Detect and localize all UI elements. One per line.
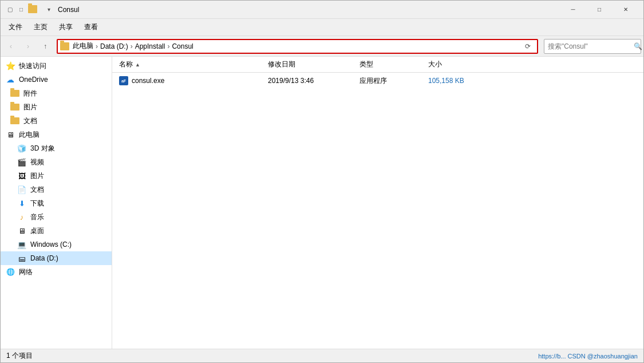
file-size-cell: 105,158 KB (424, 77, 492, 85)
minimize-button[interactable]: ─ (560, 1, 586, 19)
menu-file[interactable]: 文件 (3, 20, 28, 34)
status-watermark: https://b... CSDN @zhaoshuangjian (538, 353, 638, 360)
forward-button[interactable]: › (20, 38, 36, 54)
col-header-name[interactable]: 名称 ▲ (114, 60, 263, 69)
sidebar: ⭐ 快速访问 ☁ OneDrive 附件 图片 (1, 57, 112, 349)
status-bar: 1 个项目 https://b... CSDN @zhaoshuangjian (1, 349, 643, 362)
sidebar-item-quickaccess[interactable]: ⭐ 快速访问 (1, 59, 112, 73)
quickaccess-icon: ⭐ (5, 61, 15, 71)
file-list-body: aF consul.exe 2019/9/13 3:46 应用程序 105,15… (112, 73, 643, 349)
col-header-date[interactable]: 修改日期 (263, 60, 355, 69)
menu-view[interactable]: 查看 (78, 20, 104, 34)
folder-icon-attachments (10, 88, 20, 98)
sidebar-item-documents2[interactable]: 📄 文档 (1, 183, 112, 196)
title-bar: ▢ □ ▾ Consul ─ □ ✕ (1, 1, 643, 19)
sidebar-item-cdrive[interactable]: 💻 Windows (C:) (1, 238, 112, 251)
sidebar-item-desktop[interactable]: 🖥 桌面 (1, 224, 112, 238)
sidebar-item-pictures2[interactable]: 🖼 图片 (1, 169, 112, 183)
icon-ddrive: 🖴 (17, 253, 27, 263)
breadcrumb-data[interactable]: Data (D:) (100, 42, 128, 50)
search-bar: 🔍 (544, 39, 641, 54)
icon-downloads: ⬇ (17, 198, 27, 208)
icon-cdrive: 💻 (17, 239, 27, 250)
col-header-size[interactable]: 大小 (424, 60, 492, 69)
icon-3dobjects: 🧊 (17, 143, 27, 153)
sidebar-item-network[interactable]: 🌐 网络 (1, 265, 112, 279)
window-controls: ─ □ ✕ (560, 1, 639, 19)
sidebar-item-pictures[interactable]: 图片 (1, 100, 112, 114)
title-bar-icons: ▢ □ ▾ (5, 5, 53, 14)
close-button[interactable]: ✕ (613, 1, 639, 19)
sidebar-item-attachments[interactable]: 附件 (1, 86, 112, 100)
exe-icon: aF (119, 76, 128, 85)
documents-label: 文档 (23, 116, 37, 126)
thispc-label: 此电脑 (19, 130, 39, 140)
pictures-label: 图片 (23, 102, 37, 112)
up-button[interactable]: ↑ (37, 38, 53, 54)
cdrive-label: Windows (C:) (30, 240, 72, 248)
ddrive-label: Data (D:) (30, 254, 58, 262)
sidebar-item-3dobjects[interactable]: 🧊 3D 对象 (1, 141, 112, 155)
back-button[interactable]: ‹ (3, 38, 19, 54)
sidebar-item-thispc[interactable]: 🖥 此电脑 (1, 128, 112, 141)
menu-home[interactable]: 主页 (28, 20, 53, 34)
search-input[interactable] (548, 42, 634, 50)
folder-icon-pictures (10, 102, 20, 112)
sidebar-item-documents[interactable]: 文档 (1, 114, 112, 128)
menu-bar: 文件 主页 共享 查看 (1, 19, 643, 36)
sidebar-item-ddrive[interactable]: 🖴 Data (D:) (1, 251, 112, 265)
address-folder-icon (60, 42, 69, 50)
attachments-label: 附件 (23, 89, 37, 98)
breadcrumb-consul[interactable]: Consul (172, 42, 193, 50)
videos-label: 视频 (30, 157, 44, 167)
window-title: Consul (58, 6, 560, 14)
file-area: 名称 ▲ 修改日期 类型 大小 aF consul.exe 2019/9/13 … (112, 57, 643, 349)
sidebar-item-onedrive[interactable]: ☁ OneDrive (1, 73, 112, 86)
folder-icon-documents (10, 116, 20, 126)
3dobjects-label: 3D 对象 (30, 144, 55, 153)
tb-icon-2: □ (17, 5, 26, 14)
onedrive-icon: ☁ (5, 74, 15, 85)
main-area: ⭐ 快速访问 ☁ OneDrive 附件 图片 (1, 57, 643, 349)
file-name-cell: aF consul.exe (114, 76, 263, 85)
downloads-label: 下载 (30, 199, 44, 208)
music-label: 音乐 (30, 212, 44, 222)
menu-share[interactable]: 共享 (53, 20, 78, 34)
maximize-button[interactable]: □ (586, 1, 613, 19)
col-header-type[interactable]: 类型 (355, 60, 424, 69)
file-type-cell: 应用程序 (355, 76, 424, 86)
icon-desktop: 🖥 (17, 226, 27, 236)
sort-arrow: ▲ (135, 62, 140, 68)
toolbar: ‹ › ↑ 此电脑 › Data (D:) › AppInstall › Con… (1, 36, 643, 57)
table-row[interactable]: aF consul.exe 2019/9/13 3:46 应用程序 105,15… (112, 73, 643, 89)
sidebar-item-videos[interactable]: 🎬 视频 (1, 155, 112, 169)
breadcrumb-sep-3: › (167, 42, 169, 50)
icon-videos: 🎬 (17, 157, 27, 167)
breadcrumb-sep-2: › (131, 42, 133, 50)
breadcrumb-pc[interactable]: 此电脑 (73, 41, 93, 51)
status-count: 1 个项目 (6, 351, 33, 361)
icon-music: ♪ (17, 212, 27, 222)
pc-icon: 🖥 (5, 129, 15, 140)
desktop-label: 桌面 (30, 226, 44, 236)
sidebar-item-downloads[interactable]: ⬇ 下载 (1, 196, 112, 210)
icon-documents2: 📄 (17, 184, 27, 195)
tb-icon-3: ▾ (44, 5, 53, 14)
breadcrumb-appinstall[interactable]: AppInstall (135, 42, 165, 50)
pictures2-label: 图片 (30, 171, 44, 181)
quickaccess-label: 快速访问 (19, 61, 46, 71)
onedrive-label: OneDrive (19, 76, 48, 84)
file-date-cell: 2019/9/13 3:46 (263, 77, 355, 85)
network-label: 网络 (19, 267, 33, 277)
breadcrumb-sep-1: › (96, 42, 98, 50)
tb-icon-1: ▢ (5, 5, 14, 14)
refresh-button[interactable]: ⟳ (521, 40, 535, 53)
icon-pictures2: 🖼 (17, 171, 27, 181)
search-icon: 🔍 (634, 42, 642, 50)
breadcrumb: 此电脑 › Data (D:) › AppInstall › Consul (73, 41, 521, 51)
address-bar[interactable]: 此电脑 › Data (D:) › AppInstall › Consul ⟳ (57, 39, 538, 54)
title-folder-icon (28, 5, 37, 13)
documents2-label: 文档 (30, 185, 44, 195)
file-name-text: consul.exe (132, 77, 164, 85)
sidebar-item-music[interactable]: ♪ 音乐 (1, 210, 112, 224)
